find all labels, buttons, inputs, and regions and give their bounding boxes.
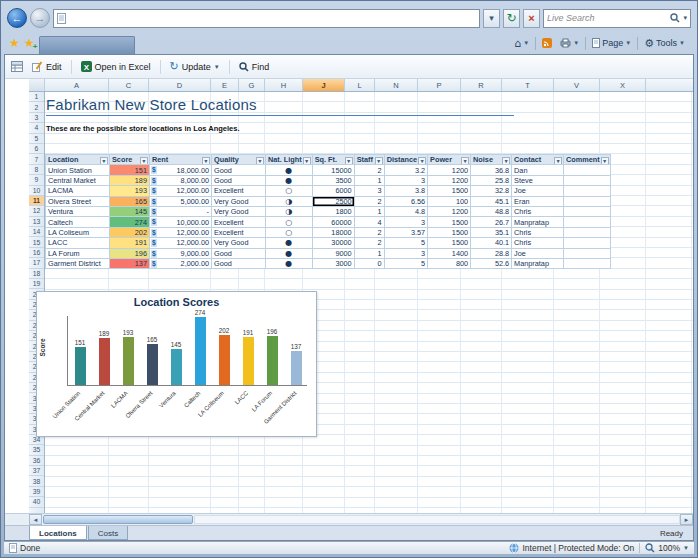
home-button[interactable]: ⌂▼ — [510, 36, 533, 51]
cell-quality[interactable]: Excellent — [212, 217, 266, 227]
refresh-button[interactable]: ↻ — [503, 9, 520, 28]
cell-distance[interactable]: 3.57 — [384, 227, 427, 237]
find-button[interactable]: Find — [235, 60, 274, 74]
cell-noise[interactable]: 26.7 — [471, 217, 512, 227]
search-dropdown-icon[interactable]: ▾ — [683, 14, 687, 22]
cell-score[interactable]: 151 — [110, 165, 150, 175]
cell-noise[interactable]: 45.1 — [471, 196, 512, 206]
column-header-J[interactable]: J — [303, 79, 345, 91]
cell-power[interactable]: 1400 — [428, 248, 471, 258]
cell-nat-light[interactable]: ● — [266, 248, 313, 258]
cell-power[interactable]: 1500 — [428, 238, 471, 248]
stop-button[interactable]: × — [523, 9, 540, 28]
cell-rent[interactable]: $10,000.00 — [150, 217, 212, 227]
cell-nat-light[interactable]: ◑ — [266, 206, 313, 216]
cell-location[interactable]: Caltech — [46, 217, 110, 227]
cell-sqft[interactable]: 60000 — [312, 217, 354, 227]
cell-quality[interactable]: Very Good — [212, 238, 266, 248]
cell-quality[interactable]: Good — [212, 165, 266, 175]
column-header-H[interactable]: H — [265, 79, 303, 91]
cell-quality[interactable]: Good — [212, 175, 266, 185]
cell-location[interactable]: LA Coliseum — [46, 227, 110, 237]
filter-dropdown-icon[interactable]: ▾ — [554, 157, 562, 165]
address-bar[interactable] — [53, 9, 480, 28]
scroll-right-icon[interactable]: ► — [680, 514, 693, 525]
cell-nat-light[interactable]: ○ — [266, 227, 313, 237]
cell-comment[interactable] — [564, 248, 611, 258]
cell-power[interactable]: 1200 — [428, 165, 471, 175]
cell-power[interactable]: 1500 — [428, 217, 471, 227]
cell-rent[interactable]: $12,000.00 — [150, 186, 212, 196]
column-header-A[interactable]: A — [45, 79, 109, 91]
cell-staff[interactable]: 1 — [354, 248, 384, 258]
filter-dropdown-icon[interactable]: ▾ — [140, 157, 148, 165]
cell-staff[interactable]: 2 — [354, 227, 384, 237]
cell-noise[interactable]: 40.1 — [471, 238, 512, 248]
cell-location[interactable]: Central Market — [46, 175, 110, 185]
cell-noise[interactable]: 36.8 — [471, 165, 512, 175]
cell-sqft[interactable]: 2500 — [312, 196, 354, 206]
cell-power[interactable]: 100 — [428, 196, 471, 206]
cell-quality[interactable]: Very Good — [212, 196, 266, 206]
tools-menu-button[interactable]: ⚙Tools▼ — [640, 36, 689, 51]
address-dropdown-button[interactable]: ▾ — [483, 9, 500, 28]
table-header-score[interactable]: Score▾ — [110, 155, 150, 165]
column-header-D[interactable]: D — [149, 79, 211, 91]
cell-sqft[interactable]: 18000 — [312, 227, 354, 237]
cell-sqft[interactable]: 3000 — [312, 258, 354, 268]
cell-location[interactable]: Olvera Street — [46, 196, 110, 206]
forward-button[interactable]: → — [30, 8, 50, 28]
search-box[interactable]: Live Search ▾ — [543, 9, 691, 28]
cell-contact[interactable]: Chris — [512, 238, 564, 248]
scrollbar-thumb[interactable] — [43, 515, 193, 524]
sheet-tab-locations[interactable]: Locations — [29, 526, 87, 540]
browser-tab[interactable] — [39, 36, 135, 54]
cell-staff[interactable]: 1 — [354, 175, 384, 185]
column-header-X[interactable]: X — [600, 79, 646, 91]
table-header-comment[interactable]: Comment▾ — [564, 155, 611, 165]
column-header-P[interactable]: P — [418, 79, 461, 91]
filter-dropdown-icon[interactable]: ▾ — [601, 157, 609, 165]
cell-distance[interactable]: 6.56 — [384, 196, 427, 206]
cell-contact[interactable]: Dan — [512, 165, 564, 175]
column-header-N[interactable]: N — [375, 79, 418, 91]
update-button[interactable]: ↻ Update ▼ — [166, 59, 224, 74]
favorites-center-icon[interactable]: ★ — [9, 37, 20, 49]
filter-dropdown-icon[interactable]: ▾ — [418, 157, 426, 165]
cell-location[interactable]: LA Forum — [46, 248, 110, 258]
cell-nat-light[interactable]: ● — [266, 238, 313, 248]
cell-distance[interactable]: 3 — [384, 217, 427, 227]
column-header-T[interactable]: T — [502, 79, 554, 91]
cell-staff[interactable]: 2 — [354, 238, 384, 248]
cell-score[interactable]: 193 — [110, 186, 150, 196]
filter-dropdown-icon[interactable]: ▾ — [100, 157, 108, 165]
cell-contact[interactable]: Manpratap — [512, 258, 564, 268]
cell-power[interactable]: 1500 — [428, 186, 471, 196]
cell-location[interactable]: LACC — [46, 238, 110, 248]
cell-distance[interactable]: 3 — [384, 175, 427, 185]
grid-corner-cell[interactable] — [29, 79, 45, 91]
cell-rent[interactable]: $2,000.00 — [150, 258, 212, 268]
cell-comment[interactable] — [564, 186, 611, 196]
cell-power[interactable]: 1200 — [428, 175, 471, 185]
filter-dropdown-icon[interactable]: ▾ — [461, 157, 469, 165]
table-header-location[interactable]: Location▾ — [46, 155, 110, 165]
cell-sqft[interactable]: 3500 — [312, 175, 354, 185]
cell-comment[interactable] — [564, 175, 611, 185]
cell-staff[interactable]: 4 — [354, 217, 384, 227]
table-header-distance[interactable]: Distance▾ — [384, 155, 427, 165]
cell-score[interactable]: 137 — [110, 258, 150, 268]
filter-dropdown-icon[interactable]: ▾ — [502, 157, 510, 165]
cell-score[interactable]: 196 — [110, 248, 150, 258]
cell-nat-light[interactable]: ○ — [266, 217, 313, 227]
cell-sqft[interactable]: 30000 — [312, 238, 354, 248]
cell-nat-light[interactable]: ● — [266, 165, 313, 175]
cell-comment[interactable] — [564, 258, 611, 268]
cell-score[interactable]: 189 — [110, 175, 150, 185]
cell-contact[interactable]: Chris — [512, 206, 564, 216]
cell-rent[interactable]: $8,000.00 — [150, 175, 212, 185]
cell-nat-light[interactable]: ● — [266, 175, 313, 185]
filter-dropdown-icon[interactable]: ▾ — [202, 157, 210, 165]
feeds-button[interactable] — [538, 36, 556, 50]
column-header-L[interactable]: L — [345, 79, 375, 91]
